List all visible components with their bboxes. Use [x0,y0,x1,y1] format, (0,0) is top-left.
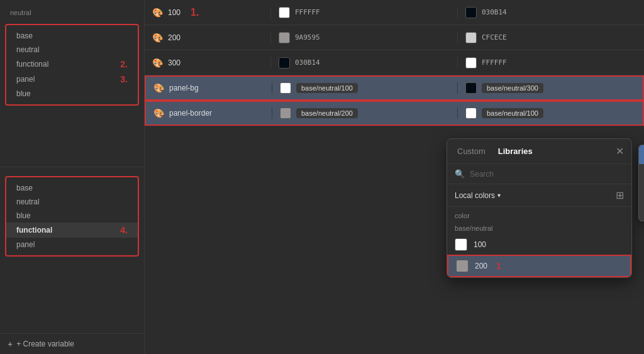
color-swatch [280,108,291,119]
main-layout: neutral base neutral functional 2. panel… [0,0,644,354]
color-swatch [465,7,477,18]
var-name-cell: 🎨 100 1. [145,7,270,18]
var-value-cell-2[interactable]: 030B14 [457,7,644,18]
sidebar-item-panel-top[interactable]: panel 3. [6,72,138,87]
color-swatch [465,108,477,119]
grid-view-icon[interactable]: ⊞ [616,189,624,201]
annotation-4: 4. [120,225,128,235]
palette-icon: 🎨 [153,108,164,118]
plus-icon: + [8,339,13,349]
lib-swatch-100 [455,238,467,251]
var-name-cell: 🎨 300 [145,58,270,68]
color-swatch [465,57,477,69]
var-value-cell-2[interactable]: base/neutral/300 [457,82,643,94]
neutral-header: neutral [0,5,144,20]
local-colors-button[interactable]: Local colors ▾ [455,191,501,200]
search-icon: 🔍 [455,169,465,179]
context-menu-item-edit[interactable]: Edit variables [639,164,644,183]
annotation-3-top: 3. [120,74,128,84]
var-name-cell: 🎨 panel-border [146,108,272,118]
var-name-cell: 🎨 panel-bg [146,83,272,93]
var-value-cell-2[interactable]: FFFFFF [457,57,644,69]
color-section-label: color [447,207,631,222]
var-value-cell[interactable]: base/neutral/100 [272,82,457,94]
context-menu-item-delete[interactable]: Delete variables [639,202,644,221]
table-row: 🎨 100 1. FFFFFF 030B14 [145,0,644,25]
annotation-1-lib: 1 [496,261,501,271]
sidebar-item-functional-top[interactable]: functional 2. [6,57,138,72]
sidebar: neutral base neutral functional 2. panel… [0,0,145,354]
var-value-cell[interactable]: FFFFFF [270,7,457,18]
color-swatch [279,32,290,43]
var-value-cell[interactable]: 9A9595 [270,32,457,43]
table-row-panel-bg[interactable]: 🎨 panel-bg base/neutral/100 base/neutral… [145,75,644,101]
local-colors-label: Local colors [455,191,495,200]
color-swatch [465,82,477,94]
main-content: 🎨 100 1. FFFFFF 030B14 🎨 200 [145,0,644,354]
var-value-cell[interactable]: 030B14 [270,57,457,69]
local-colors-bar: Local colors ▾ ⊞ [447,184,631,207]
context-menu-item-new-group[interactable]: New group with selection [639,145,644,164]
sidebar-top-box: base neutral functional 2. panel 3. blue [5,24,139,106]
sidebar-item-panel-bot[interactable]: panel [6,238,138,252]
color-swatch [279,7,290,18]
search-bar: 🔍 [447,164,631,184]
create-variable-button[interactable]: + + Create variable [0,333,144,354]
palette-icon: 🎨 [153,83,164,93]
var-value-cell[interactable]: base/neutral/200 [272,108,457,119]
context-menu-item-duplicate[interactable]: Duplicate variables [639,183,644,202]
library-item-200[interactable]: 200 1 [447,255,631,277]
sidebar-item-neutral-bot[interactable]: neutral [6,195,138,209]
sidebar-bottom-box: base neutral blue functional 4. panel [5,176,139,257]
sidebar-item-functional-bot[interactable]: functional 4. [6,223,138,238]
annotation-1: 1. [191,7,199,18]
var-name-cell: 🎨 200 [145,33,270,43]
var-value-cell-2[interactable]: CFCECE [457,32,644,43]
lib-swatch-200 [456,260,469,272]
library-item-100[interactable]: 100 [447,235,631,255]
annotation-2-top: 2. [120,59,128,69]
palette-icon: 🎨 [152,8,163,18]
variables-table: 🎨 100 1. FFFFFF 030B14 🎨 200 [145,0,644,126]
context-menu: New group with selection Edit variables … [638,145,644,221]
tab-custom[interactable]: Custom [455,145,488,157]
sidebar-item-blue-top[interactable]: blue [6,87,138,101]
library-header: Custom Libraries ✕ [447,139,631,164]
tab-libraries[interactable]: Libraries [496,145,535,157]
close-button[interactable]: ✕ [616,145,624,157]
sidebar-item-blue-bot[interactable]: blue [6,209,138,223]
sidebar-item-neutral-top[interactable]: neutral [6,43,138,57]
base-neutral-label: base/neutral [447,222,631,235]
color-swatch [465,32,477,43]
table-row-panel-border[interactable]: 🎨 panel-border base/neutral/200 base/neu… [145,101,644,126]
library-panel: Custom Libraries ✕ 🔍 Local colors ▾ ⊞ co… [447,138,632,278]
sidebar-top-section: neutral base neutral functional 2. panel… [0,0,144,167]
palette-icon: 🎨 [152,58,163,68]
var-value-cell-2[interactable]: base/neutral/100 [457,108,643,119]
table-row: 🎨 200 9A9595 CFCECE [145,25,644,50]
search-input[interactable] [470,170,624,179]
color-swatch [279,57,290,69]
table-row: 🎨 300 030B14 FFFFFF [145,50,644,75]
sidebar-item-base-top[interactable]: base [6,29,138,43]
palette-icon: 🎨 [152,33,163,43]
color-swatch [280,82,291,94]
sidebar-bottom-section: base neutral blue functional 4. panel [0,167,144,334]
chevron-down-icon: ▾ [497,192,501,199]
sidebar-item-base-bot[interactable]: base [6,181,138,195]
